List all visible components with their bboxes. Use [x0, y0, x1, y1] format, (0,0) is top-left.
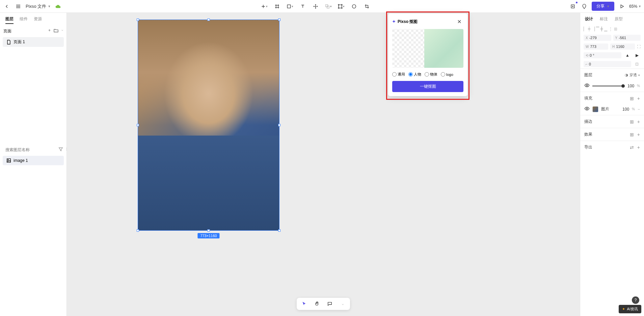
crop-tool-icon[interactable]	[363, 2, 371, 10]
page-item[interactable]: 页面 1	[3, 37, 64, 47]
align-left-icon[interactable]: ▏	[584, 27, 587, 31]
left-panel-tabs: 图层 组件 资源	[0, 13, 66, 26]
fill-swatch[interactable]	[592, 106, 598, 112]
topbar-right: 分享 ▼ 65% ▼	[569, 2, 641, 11]
menu-icon[interactable]	[14, 2, 22, 10]
layer-search-input[interactable]	[5, 147, 56, 152]
bottom-toolbar: ⌵	[297, 298, 350, 310]
fill-opacity[interactable]: 100	[622, 107, 629, 112]
resize-handle-mr[interactable]	[278, 124, 280, 126]
x-input[interactable]: X-279	[584, 35, 611, 41]
selection-bounds[interactable]: 773×1160	[138, 20, 279, 231]
resize-handle-bm[interactable]	[208, 229, 210, 232]
fill-type[interactable]: 图片	[601, 106, 609, 112]
add-page-icon[interactable]: +	[48, 28, 51, 34]
file-title-text: Pixso 文件	[26, 3, 46, 9]
resize-handle-bl[interactable]	[137, 229, 139, 232]
add-tool-icon[interactable]: ▾	[260, 2, 268, 10]
tab-design[interactable]: 设计	[585, 16, 593, 22]
resize-handle-tl[interactable]	[137, 19, 139, 21]
page-folder-icon[interactable]	[53, 28, 59, 34]
rectangle-tool-icon[interactable]: ▾	[286, 2, 294, 10]
tab-annotate[interactable]: 标注	[600, 16, 608, 22]
effect-style-icon[interactable]: ⊞	[630, 132, 634, 137]
distribute-icon[interactable]: ⋮	[609, 27, 613, 31]
corner-detail-icon[interactable]: ⊡	[633, 62, 641, 66]
radio-person[interactable]: 人物	[408, 72, 421, 77]
opacity-row: 100 %	[580, 81, 644, 92]
remove-fill-icon[interactable]: −	[638, 107, 640, 112]
help-badge[interactable]: ?	[632, 296, 639, 304]
radio-logo[interactable]: logo	[441, 72, 453, 77]
h-input[interactable]: H1160	[610, 44, 635, 50]
ellipse-tool-icon[interactable]	[350, 2, 358, 10]
cloud-sync-icon[interactable]	[54, 2, 62, 10]
stroke-section: 描边 ⊞ +	[580, 115, 644, 128]
fill-visibility-icon[interactable]	[584, 106, 590, 112]
hand-tool-icon[interactable]	[313, 300, 321, 308]
svg-rect-0	[288, 5, 291, 8]
add-stroke-icon[interactable]: +	[637, 119, 640, 124]
file-title[interactable]: Pixso 文件 ▼	[26, 3, 51, 9]
blend-mode-icon[interactable]: ◑	[625, 73, 628, 77]
svg-point-7	[352, 4, 356, 8]
right-panel-tabs: 设计 标注 原型	[580, 13, 644, 25]
flip-h-icon[interactable]: ▲	[623, 53, 632, 58]
layer-item[interactable]: image 1	[3, 156, 64, 165]
align-bottom-icon[interactable]: ▁	[604, 27, 607, 31]
comment-tool-icon[interactable]	[326, 300, 334, 308]
resize-handle-br[interactable]	[278, 229, 280, 232]
radio-general[interactable]: 通用	[392, 72, 405, 77]
corner-radius-input[interactable]: ⌐0	[584, 61, 631, 67]
tab-layers[interactable]: 图层	[5, 16, 14, 24]
rotation-input[interactable]: ⟲0 °	[584, 52, 621, 58]
export-icon[interactable]	[569, 2, 577, 10]
pages-header: 页面 + ⌵	[0, 26, 66, 36]
resize-handle-ml[interactable]	[137, 124, 139, 126]
align-center-v-icon[interactable]: ╋	[600, 27, 603, 31]
selected-image[interactable]	[138, 20, 279, 230]
y-input[interactable]: Y-561	[613, 35, 641, 41]
tab-prototype[interactable]: 原型	[615, 16, 623, 22]
network-tool-icon[interactable]: ▾	[337, 2, 345, 10]
tab-components[interactable]: 组件	[20, 16, 28, 24]
w-input[interactable]: W773	[584, 44, 608, 50]
cursor-tool-icon[interactable]	[300, 300, 308, 308]
more-tools-icon[interactable]: ⌵	[339, 300, 347, 308]
magic-wand-icon: ✦	[392, 19, 396, 24]
frame-tool-icon[interactable]	[273, 2, 281, 10]
filter-icon[interactable]	[58, 146, 63, 153]
layers-tool-icon[interactable]: ▾	[324, 2, 332, 10]
tab-assets[interactable]: 资源	[34, 16, 42, 24]
share-button[interactable]: 分享 ▼	[592, 2, 614, 11]
add-effect-icon[interactable]: +	[637, 132, 640, 137]
add-export-icon[interactable]: +	[637, 145, 640, 150]
stroke-style-icon[interactable]: ⊞	[630, 119, 634, 124]
canvas[interactable]: 773×1160 ⌵	[67, 13, 580, 316]
move-tool-icon[interactable]	[312, 2, 320, 10]
flip-v-icon[interactable]: ▶	[634, 53, 641, 58]
fill-style-icon[interactable]: ⊞	[630, 96, 634, 101]
add-fill-icon[interactable]: +	[637, 96, 640, 101]
radio-object[interactable]: 物体	[425, 72, 437, 77]
link-dimensions-icon[interactable]: ⛶	[637, 45, 641, 49]
align-top-icon[interactable]: ▔	[596, 27, 599, 31]
resize-handle-tr[interactable]	[278, 19, 280, 21]
back-icon[interactable]	[3, 2, 11, 10]
zoom-control[interactable]: 65% ▼	[629, 4, 641, 9]
blend-mode[interactable]: 穿透	[629, 73, 637, 78]
align-center-h-icon[interactable]: ┿	[588, 27, 590, 31]
collapse-pages-icon[interactable]: ⌵	[61, 28, 63, 34]
tidy-icon[interactable]: ⊞	[614, 27, 617, 31]
opacity-value[interactable]: 100	[627, 84, 634, 88]
text-tool-icon[interactable]	[299, 2, 307, 10]
align-right-icon[interactable]: ▕	[592, 27, 595, 31]
visibility-icon[interactable]	[584, 83, 590, 89]
export-settings-icon[interactable]: ⇄	[630, 145, 634, 150]
resize-handle-tm[interactable]	[208, 19, 210, 21]
opacity-slider[interactable]	[592, 86, 625, 86]
cutout-button[interactable]: 一键抠图	[392, 81, 463, 92]
close-icon[interactable]	[455, 18, 463, 26]
marker-icon[interactable]	[580, 2, 588, 10]
play-icon[interactable]	[618, 2, 626, 10]
